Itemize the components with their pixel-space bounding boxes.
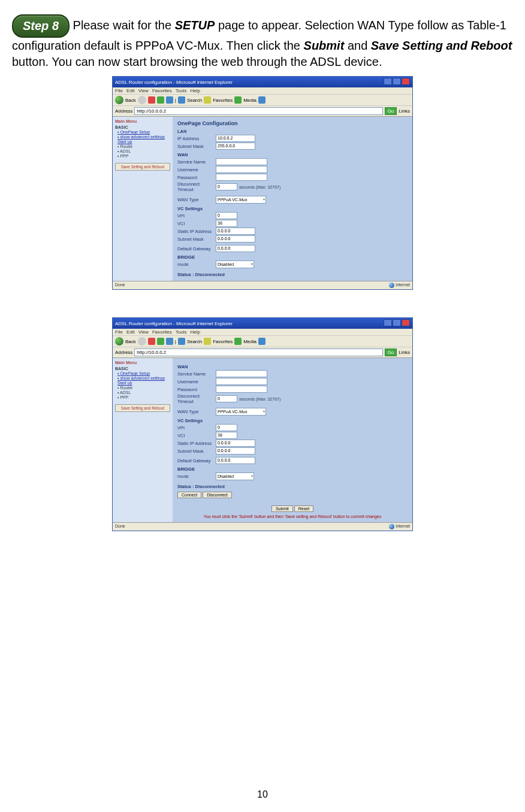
instruction-paragraph: Step 8 Please wait for the SETUP page to… [12, 14, 513, 70]
screenshot-2: ADSL Router configuration - Microsoft In… [112, 317, 413, 531]
submit-button[interactable]: Submit [271, 505, 293, 512]
password-input[interactable] [216, 174, 267, 181]
favorites-icon[interactable] [204, 338, 211, 345]
statusbar: Done Internet [113, 281, 412, 289]
internet-icon [389, 283, 394, 288]
minimize-icon [384, 78, 392, 85]
username-input[interactable] [216, 166, 267, 173]
search-icon[interactable] [178, 338, 185, 345]
bridge-mode-select[interactable]: Disabled [216, 260, 254, 268]
save-reboot-button[interactable]: Save Setting and Reboot [115, 163, 170, 171]
close-icon [402, 78, 410, 85]
sidebar: Main Menu BASIC • OnePage Setup • show a… [113, 117, 173, 281]
window-titlebar: ADSL Router configuration - Microsoft In… [113, 318, 412, 329]
page-number: 10 [0, 789, 525, 800]
wan-type-select[interactable]: PPPoA VC-Mux [216, 196, 266, 204]
go-button[interactable]: Go [385, 107, 397, 115]
gateway-input[interactable]: 0.0.0.0 [216, 457, 255, 464]
vpi-input[interactable]: 0 [216, 212, 237, 219]
refresh-icon[interactable] [157, 338, 164, 345]
refresh-icon[interactable] [157, 96, 164, 104]
statusbar: Done Internet [113, 522, 412, 531]
sidebar-advanced-link[interactable]: • show advanced settings [117, 135, 170, 139]
menubar[interactable]: FileEditViewFavoritesToolsHelp [113, 87, 412, 95]
main-menu-label: Main Menu [115, 360, 170, 365]
disconnect-button[interactable]: Disconnect [203, 492, 232, 498]
save-reboot-button[interactable]: Save Setting and Reboot [115, 404, 170, 412]
back-icon[interactable] [115, 96, 123, 104]
home-icon[interactable] [166, 96, 173, 104]
address-bar: Address http://10.0.0.2 Go Links [113, 347, 412, 358]
timeout-input[interactable]: 0 [216, 183, 237, 190]
password-input[interactable] [216, 386, 267, 393]
connect-button[interactable]: Connect [177, 492, 201, 498]
panel-title: OnePage Configuration [177, 120, 408, 126]
toolbar[interactable]: Back | Search Favorites Media [113, 95, 412, 106]
vpi-input[interactable]: 0 [216, 424, 237, 431]
maximize-icon [393, 78, 401, 85]
toolbar[interactable]: Back | Search Favorites Media [113, 336, 412, 347]
address-bar: Address http://10.0.0.2 Go Links [113, 106, 412, 117]
sidebar-startup-link[interactable]: Start up [117, 140, 170, 144]
search-icon[interactable] [178, 96, 185, 104]
vci-input[interactable]: 38 [216, 432, 237, 439]
sidebar: Main Menu BASIC • OnePage Setup • show a… [113, 358, 173, 522]
stop-icon[interactable] [148, 96, 155, 104]
history-icon[interactable] [258, 338, 265, 345]
lan-mask-input[interactable]: 255.0.0.0 [216, 143, 255, 150]
lan-ip-input[interactable]: 10.0.0.2 [216, 135, 255, 142]
forward-icon[interactable] [138, 96, 146, 104]
static-mask-input[interactable]: 0.0.0.0 [216, 235, 255, 243]
setup-emphasis: SETUP [175, 19, 215, 32]
stop-icon[interactable] [148, 338, 155, 345]
close-icon [402, 319, 410, 326]
address-input[interactable]: http://10.0.0.2 [134, 107, 382, 115]
forward-icon[interactable] [138, 337, 146, 346]
static-ip-input[interactable]: 0.0.0.0 [216, 228, 255, 235]
bridge-mode-select[interactable]: Disabled [216, 472, 254, 480]
service-name-input[interactable] [216, 370, 267, 377]
menubar[interactable]: FileEditViewFavoritesToolsHelp [113, 329, 412, 336]
wan-type-select[interactable]: PPPoA VC-Mux [216, 408, 266, 416]
timeout-input[interactable]: 0 [216, 395, 237, 402]
back-icon[interactable] [115, 337, 123, 346]
sidebar-startup-link[interactable]: Start up [117, 381, 170, 385]
step-badge: Step 8 [12, 14, 70, 38]
window-title: ADSL Router configuration - Microsoft In… [115, 321, 233, 326]
minimize-icon [384, 319, 392, 326]
window-title: ADSL Router configuration - Microsoft In… [115, 80, 233, 85]
sidebar-onepage-link[interactable]: • OnePage Setup [117, 371, 170, 375]
favorites-icon[interactable] [204, 96, 211, 104]
service-name-input[interactable] [216, 158, 267, 165]
internet-icon [389, 524, 394, 529]
config-panel: WAN Service Name Username Password Disco… [173, 358, 412, 522]
window-titlebar: ADSL Router configuration - Microsoft In… [113, 77, 412, 87]
save-emphasis: Save Setting and Reboot [371, 39, 512, 52]
main-menu-label: Main Menu [115, 119, 170, 123]
warning-text: You must click the 'Submit' button and t… [177, 514, 408, 519]
sidebar-advanced-link[interactable]: • show advanced settings [117, 376, 170, 380]
sidebar-onepage-link[interactable]: • OnePage Setup [117, 130, 170, 134]
status-line: Status : Disconnected [177, 484, 408, 489]
status-line: Status : Disconnected [177, 272, 408, 277]
gateway-input[interactable]: 0.0.0.0 [216, 245, 255, 252]
window-controls[interactable] [383, 78, 410, 86]
window-controls[interactable] [383, 319, 410, 328]
media-icon[interactable] [234, 338, 242, 345]
static-mask-input[interactable]: 0.0.0.0 [216, 447, 255, 455]
maximize-icon [393, 319, 401, 326]
home-icon[interactable] [166, 338, 173, 345]
go-button[interactable]: Go [385, 349, 397, 356]
address-input[interactable]: http://10.0.0.2 [134, 349, 382, 356]
history-icon[interactable] [258, 96, 265, 104]
vci-input[interactable]: 38 [216, 220, 237, 227]
static-ip-input[interactable]: 0.0.0.0 [216, 440, 255, 447]
submit-emphasis: Submit [304, 39, 345, 52]
screenshot-1: ADSL Router configuration - Microsoft In… [112, 76, 413, 290]
reset-button[interactable]: Reset [294, 505, 313, 512]
username-input[interactable] [216, 378, 267, 385]
media-icon[interactable] [234, 96, 242, 104]
config-panel: OnePage Configuration LAN IP Address10.0… [173, 117, 412, 281]
